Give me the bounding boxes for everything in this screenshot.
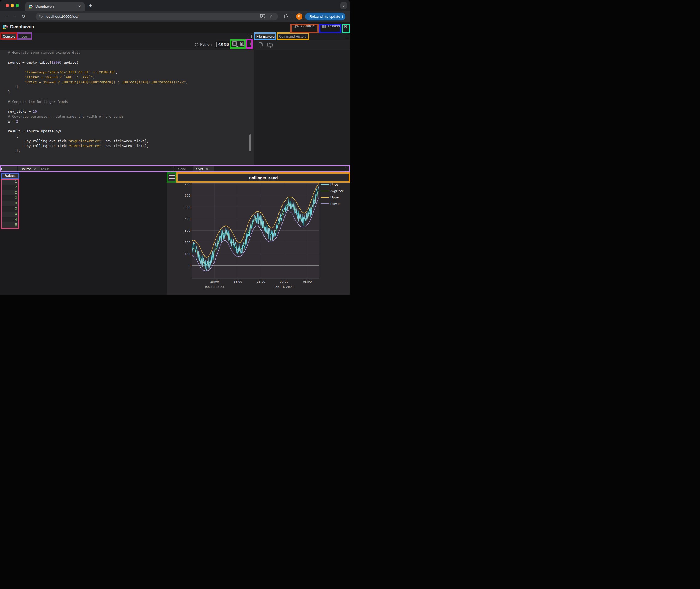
- editor-scrollbar[interactable]: [249, 134, 251, 151]
- create-table-icon[interactable]: [232, 41, 239, 48]
- code-line: uby.rolling_std_tick("StdPrice=Price", r…: [8, 144, 188, 149]
- tab-command-history[interactable]: Command History: [278, 33, 308, 40]
- tab-f-xyz[interactable]: f_xyz✕: [193, 166, 214, 173]
- table-row[interactable]: 5: [1, 222, 19, 228]
- legend-item-lower[interactable]: Lower: [321, 202, 340, 206]
- values-column-header[interactable]: Values: [1, 173, 19, 179]
- deephaven-logo: [3, 25, 8, 30]
- table-row[interactable]: 4: [1, 212, 19, 217]
- site-info-icon[interactable]: ⓘ: [39, 14, 43, 19]
- legend-label: AvgPrice: [330, 189, 344, 193]
- code-line: # Compute the Bollinger Bands: [8, 100, 188, 104]
- table-row[interactable]: 3: [1, 201, 19, 206]
- app-title: Deephaven: [10, 24, 34, 29]
- y-tick-label: 400: [185, 217, 191, 221]
- code-editor[interactable]: # Generate some random example data sour…: [0, 50, 254, 166]
- new-file-icon[interactable]: [258, 42, 264, 48]
- profile-avatar[interactable]: E: [296, 13, 303, 20]
- controls-button[interactable]: Controls: [294, 24, 315, 31]
- chart-panel: Bollinger Band 010020030040050060070015:…: [167, 173, 350, 294]
- address-bar[interactable]: ⓘ localhost:10000/ide/ ☆: [36, 13, 278, 20]
- x-tick-label: 15:00: [210, 280, 219, 283]
- tab-file-explorer[interactable]: File Explorer: [255, 33, 277, 40]
- legend-item-avgprice[interactable]: AvgPrice: [321, 189, 344, 193]
- table-row[interactable]: 1: [1, 179, 19, 185]
- panels-grid-icon: [322, 24, 326, 28]
- legend-label: Upper: [330, 195, 340, 199]
- tab-search-chevron-icon[interactable]: ⌄: [340, 2, 347, 9]
- forward-icon[interactable]: →: [13, 14, 17, 19]
- browser-menu-kebab-icon[interactable]: ⋮: [341, 14, 344, 18]
- y-tick-label: 600: [185, 194, 191, 197]
- back-icon[interactable]: ←: [4, 14, 8, 19]
- code-line: # Coverage parameter - determines the wi…: [8, 114, 188, 119]
- file-explorer-tab-row: File Explorer Command History: [254, 33, 350, 40]
- code-line: [8, 55, 188, 60]
- controls-label: Controls: [301, 24, 315, 28]
- legend-label: Price: [330, 183, 338, 186]
- console-panel: Console Log Python 4.0 GB: [0, 33, 254, 166]
- zoom-window-button[interactable]: [16, 4, 19, 7]
- new-folder-icon[interactable]: [267, 42, 274, 48]
- browser-toolbar: ← → ⟳ ⓘ localhost:10000/ide/ ☆ E Relaunc…: [0, 11, 350, 22]
- close-tab-icon[interactable]: ✕: [206, 168, 208, 171]
- relaunch-to-update-button[interactable]: Relaunch to update ⋮: [305, 13, 345, 20]
- minimize-window-button[interactable]: [11, 4, 14, 7]
- reload-icon[interactable]: ⟳: [22, 14, 26, 19]
- legend-item-price[interactable]: Price: [321, 183, 338, 186]
- console-overflow-kebab-icon[interactable]: ⋮: [248, 41, 252, 46]
- browser-tab[interactable]: Deephaven ✕: [25, 2, 84, 11]
- code-line: [8, 124, 188, 129]
- install-app-icon[interactable]: [260, 14, 265, 19]
- code-line: [8, 104, 188, 109]
- panels-button[interactable]: Panels: [322, 24, 340, 31]
- close-tab-icon[interactable]: ✕: [34, 168, 36, 171]
- create-chart-icon[interactable]: [240, 41, 247, 48]
- console-tab-row: Console Log: [0, 33, 254, 40]
- table-row[interactable]: 2: [1, 185, 19, 190]
- code-line: "Price = i%2==0 ? 100*sin(i/40)+100*rand…: [8, 80, 188, 84]
- screen: Deephaven ✕ + ⌄ ← → ⟳ ⓘ localhost:10000/…: [0, 0, 350, 294]
- source-table-panel: Values 122333445: [0, 173, 167, 294]
- code-line: [: [8, 134, 188, 139]
- legend-item-upper[interactable]: Upper: [321, 195, 340, 199]
- maximize-panel-icon[interactable]: [248, 35, 252, 38]
- tab-log[interactable]: Log: [18, 33, 31, 40]
- bookmark-star-icon[interactable]: ☆: [270, 14, 273, 19]
- table-row[interactable]: 3: [1, 195, 19, 201]
- code-line: ],: [8, 149, 188, 153]
- code-line: result = source.update_by(: [8, 129, 188, 134]
- code-line: uby.rolling_avg_tick("AvgPrice=Price", r…: [8, 139, 188, 144]
- extensions-puzzle-icon[interactable]: [284, 13, 289, 18]
- browser-tab-title: Deephaven: [35, 4, 54, 8]
- tab-t[interactable]: t: [0, 166, 17, 173]
- table-row[interactable]: 4: [1, 217, 19, 222]
- x-tick-label: 21:00: [256, 280, 266, 283]
- tab-f-abc[interactable]: f_abc: [176, 166, 192, 173]
- maximize-panel-icon[interactable]: [346, 35, 349, 38]
- table-row[interactable]: 2: [1, 190, 19, 195]
- bottom-tab-strip: t source✕ result f_abc f_xyz✕: [0, 166, 350, 173]
- app-header: Deephaven Controls Panels ⚙: [0, 22, 350, 33]
- code-line: [8, 94, 188, 100]
- code-line: "Ticker = i%2==0 ? `ABC` : `XYZ`",: [8, 75, 188, 80]
- tab-result[interactable]: result: [40, 166, 56, 173]
- new-tab-button[interactable]: +: [89, 3, 92, 9]
- close-window-button[interactable]: [6, 4, 9, 7]
- tab-console[interactable]: Console: [2, 33, 16, 40]
- tab-source[interactable]: source✕: [18, 166, 40, 173]
- close-tab-icon[interactable]: ✕: [78, 4, 81, 8]
- toolbar-divider: [292, 13, 292, 19]
- panels-label: Panels: [328, 24, 340, 28]
- bollinger-chart: 010020030040050060070015:0018:0021:0000:…: [167, 173, 350, 294]
- table-row[interactable]: 3: [1, 206, 19, 212]
- maximize-panel-icon[interactable]: [170, 168, 174, 171]
- x-tick-label: 18:00: [233, 280, 242, 283]
- x-tick-label: 00:00: [280, 280, 289, 283]
- maximize-panel-icon[interactable]: [346, 168, 349, 171]
- memory-usage-bar: [216, 42, 217, 47]
- file-explorer-panel: File Explorer Command History: [254, 33, 350, 166]
- settings-gear-icon[interactable]: ⚙: [343, 23, 348, 30]
- url-text: localhost:10000/ide/: [46, 14, 78, 19]
- x-tick-label: 03:00: [303, 280, 312, 283]
